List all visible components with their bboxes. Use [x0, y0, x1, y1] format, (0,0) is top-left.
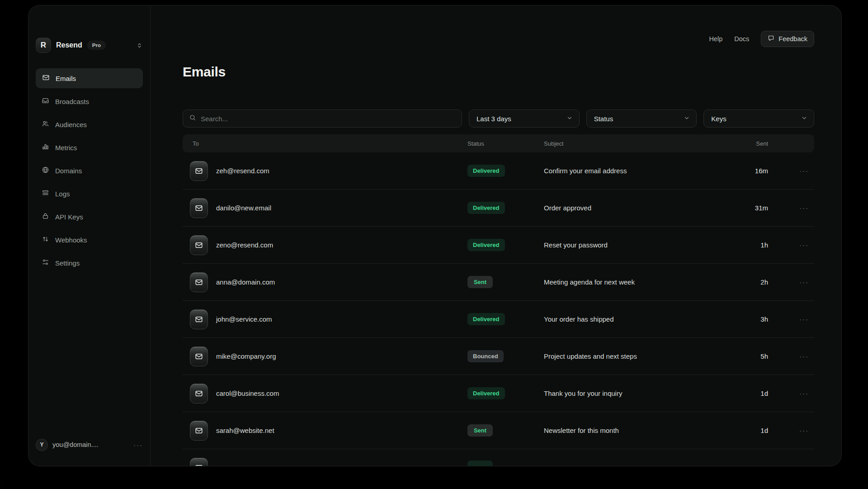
table-row[interactable]: anna@domain.com Sent Meeting agenda for …: [183, 264, 814, 301]
chevron-down-icon: [684, 115, 690, 123]
envelope-icon: [190, 161, 208, 181]
workspace-switcher[interactable]: R Resend Pro: [36, 37, 143, 53]
user-email: you@domain....: [52, 441, 99, 448]
email-subject: Project updates and next steps: [544, 352, 714, 360]
email-subject: Thank you for your inquiry: [544, 389, 714, 397]
bar-chart-icon: [42, 143, 49, 152]
keys-dropdown[interactable]: Keys: [703, 109, 814, 128]
users-icon: [42, 120, 49, 129]
table-row[interactable]: zeh@resend.com Delivered Confirm your em…: [183, 152, 814, 190]
table-row[interactable]: sarah@website.net Sent Newsletter for th…: [183, 412, 814, 449]
sent-time: 16m: [714, 167, 768, 175]
inbox-icon: [42, 97, 49, 106]
row-menu-ellipsis-icon[interactable]: ···: [768, 352, 814, 360]
status-badge: Delivered: [467, 387, 505, 399]
plan-badge: Pro: [87, 41, 106, 50]
sidebar-item-label: Audiences: [55, 121, 87, 128]
sidebar-item-label: Metrics: [55, 144, 77, 152]
sidebar-item-label: Settings: [55, 259, 80, 267]
chevron-down-icon: [801, 115, 807, 123]
sidebar-item-label: Logs: [55, 190, 70, 198]
table-row[interactable]: danilo@new.email Delivered Order approve…: [183, 190, 814, 227]
envelope-icon: [190, 272, 208, 292]
date-range-dropdown[interactable]: Last 3 days: [469, 109, 580, 128]
docs-link[interactable]: Docs: [734, 35, 749, 43]
status-value: Status: [594, 115, 613, 123]
column-header-to: To: [183, 140, 467, 147]
sidebar-item-emails[interactable]: Emails: [36, 68, 143, 88]
sidebar-item-settings[interactable]: Settings: [36, 253, 143, 273]
envelope-icon: [190, 309, 208, 329]
status-badge: Delivered: [467, 313, 505, 325]
status-dropdown[interactable]: Status: [586, 109, 697, 128]
email-subject: Meeting agenda for next week: [544, 278, 714, 286]
table-row[interactable]: [183, 449, 814, 466]
topbar: Help Docs Feedback: [183, 31, 814, 47]
envelope-icon: [190, 458, 208, 467]
email-subject: Your order has shipped: [544, 315, 714, 323]
sidebar-item-label: Emails: [56, 75, 76, 82]
recipient-email: zeh@resend.com: [216, 167, 269, 175]
envelope-icon: [190, 198, 208, 218]
sent-time: 31m: [714, 204, 768, 212]
search-input[interactable]: [201, 115, 456, 123]
table-row[interactable]: mike@company.org Bounced Project updates…: [183, 338, 814, 375]
sidebar-item-label: Webhooks: [55, 236, 87, 244]
sidebar: R Resend Pro Emails Broadcasts Audiences: [28, 5, 151, 466]
recipient-email: sarah@website.net: [216, 427, 274, 434]
envelope-icon: [190, 235, 208, 255]
email-subject: Newsletter for this month: [544, 427, 714, 434]
sent-time: 5h: [714, 352, 768, 360]
column-header-subject: Subject: [544, 140, 714, 147]
recipient-email: anna@domain.com: [216, 278, 275, 286]
table-row[interactable]: carol@business.com Delivered Thank you f…: [183, 375, 814, 412]
sidebar-item-logs[interactable]: Logs: [36, 184, 143, 204]
user-account-row[interactable]: Y you@domain.... ···: [36, 438, 143, 451]
email-subject: Order approved: [544, 204, 714, 212]
status-badge: Delivered: [467, 202, 505, 214]
user-menu-ellipsis-icon[interactable]: ···: [133, 441, 143, 449]
sidebar-item-webhooks[interactable]: Webhooks: [36, 230, 143, 250]
row-menu-ellipsis-icon[interactable]: ···: [768, 427, 814, 434]
search-icon: [189, 114, 196, 123]
sent-time: 1d: [714, 427, 768, 434]
sidebar-item-label: Domains: [55, 167, 82, 175]
row-menu-ellipsis-icon[interactable]: ···: [768, 278, 814, 286]
filter-row: Last 3 days Status Keys: [183, 109, 814, 128]
status-badge: Bounced: [467, 350, 504, 362]
date-range-value: Last 3 days: [476, 115, 511, 123]
speech-bubble-icon: [768, 35, 774, 43]
email-subject: Confirm your email address: [544, 167, 714, 175]
brand-name: Resend: [56, 41, 82, 49]
email-subject: Reset your password: [544, 241, 714, 249]
sidebar-item-label: Broadcasts: [55, 98, 89, 105]
envelope-icon: [190, 347, 208, 366]
sent-time: 1d: [714, 389, 768, 397]
emails-table: To Status Subject Sent zeh@resend.com De…: [183, 134, 814, 466]
chevron-up-down-icon[interactable]: [136, 42, 143, 49]
sidebar-item-metrics[interactable]: Metrics: [36, 138, 143, 157]
sidebar-item-label: API Keys: [55, 213, 83, 221]
row-menu-ellipsis-icon[interactable]: ···: [768, 315, 814, 323]
status-badge: [467, 461, 493, 466]
help-link[interactable]: Help: [709, 35, 722, 43]
table-body: zeh@resend.com Delivered Confirm your em…: [183, 152, 814, 466]
recipient-email: mike@company.org: [216, 352, 276, 360]
sidebar-item-audiences[interactable]: Audiences: [36, 114, 143, 134]
sidebar-item-api-keys[interactable]: API Keys: [36, 207, 143, 227]
sidebar-item-broadcasts[interactable]: Broadcasts: [36, 91, 143, 111]
row-menu-ellipsis-icon[interactable]: ···: [768, 241, 814, 249]
sidebar-item-domains[interactable]: Domains: [36, 161, 143, 180]
column-header-status: Status: [467, 140, 544, 147]
row-menu-ellipsis-icon[interactable]: ···: [768, 167, 814, 175]
recipient-email: carol@business.com: [216, 389, 279, 397]
sent-time: 1h: [714, 241, 768, 249]
table-row[interactable]: john@service.com Delivered Your order ha…: [183, 301, 814, 338]
feedback-button[interactable]: Feedback: [761, 31, 814, 47]
chevron-down-icon: [566, 115, 573, 123]
row-menu-ellipsis-icon[interactable]: ···: [768, 204, 814, 212]
search-box: [183, 109, 462, 128]
feedback-label: Feedback: [778, 35, 807, 43]
table-row[interactable]: zeno@resend.com Delivered Reset your pas…: [183, 227, 814, 264]
row-menu-ellipsis-icon[interactable]: ···: [768, 389, 814, 397]
